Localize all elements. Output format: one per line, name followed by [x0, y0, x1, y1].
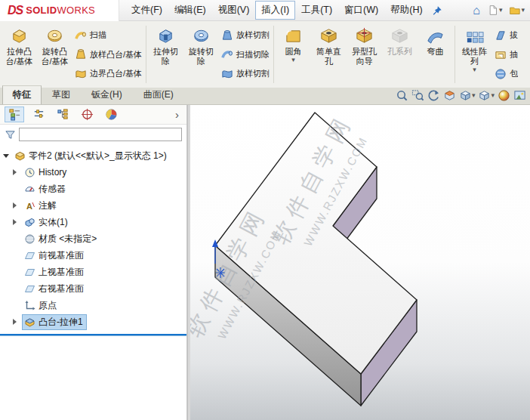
tree-item-material[interactable]: 材质 <未指定> [0, 230, 186, 247]
property-manager-tab[interactable] [29, 107, 48, 122]
configuration-manager-tab[interactable] [53, 107, 72, 122]
menu-view[interactable]: 视图(V) [212, 1, 256, 20]
draft-icon [495, 29, 507, 42]
svg-text:A: A [26, 202, 32, 211]
fillet-button[interactable]: 圆角 ▾ [276, 23, 311, 86]
boundary-cut-button[interactable]: 放样切割 [221, 64, 270, 83]
boundary-boss-button[interactable]: 边界凸台/基体 [75, 64, 142, 83]
display-style-button[interactable]: ▾ [478, 89, 495, 102]
sensors-icon [24, 184, 35, 195]
revolve-cut-button[interactable]: 旋转切除 [183, 23, 219, 86]
feature-tree-tab[interactable] [5, 107, 24, 122]
linear-pattern-dropdown-icon[interactable]: ▾ [473, 66, 476, 73]
apply-scene-button[interactable] [513, 89, 526, 102]
tree-item-label: 原点 [39, 299, 57, 312]
flex-icon [426, 26, 445, 45]
tree-item-label: 注解 [39, 199, 57, 212]
fillet-dropdown-icon[interactable]: ▾ [291, 57, 295, 63]
plane-icon [24, 250, 35, 261]
linear-pattern-button[interactable]: 线性阵列 ▾ [457, 23, 492, 86]
expand-arrow[interactable] [13, 319, 22, 325]
tree-item-origin[interactable]: 原点 [0, 297, 186, 313]
extrude-boss-icon [10, 26, 29, 45]
view-orientation-icon [459, 89, 472, 102]
zoom-area-button[interactable] [411, 89, 424, 102]
ds-logo-icon: DS [8, 4, 23, 17]
boss-stack: 扫描 放样凸台/基体 边界凸台/基体 [72, 23, 144, 86]
tab-surfaces[interactable]: 曲面(E) [133, 85, 184, 104]
section-view-button[interactable] [443, 89, 456, 102]
shell-button[interactable]: 抽 [495, 45, 516, 64]
solidworks-logo: DS SOLIDWORKS [0, 0, 119, 21]
tree-item-right-plane[interactable]: 右视基准面 [0, 280, 186, 297]
hole-series-button[interactable]: 孔系列 [382, 23, 418, 86]
tree-item-top-plane[interactable]: 上视基准面 [0, 264, 186, 280]
filter-input[interactable] [19, 128, 182, 141]
expand-arrow[interactable] [13, 202, 22, 208]
tree-item-boss-extrude1[interactable]: 凸台-拉伸1 [0, 313, 186, 330]
collapse-arrow[interactable] [3, 154, 12, 158]
menu-tools[interactable]: 工具(T) [295, 1, 338, 20]
display-manager-icon [105, 108, 118, 121]
extrude-boss-button[interactable]: 拉伸凸台/基体 [2, 23, 37, 86]
dimxpert-manager-tab[interactable] [77, 107, 97, 122]
display-manager-tab[interactable] [101, 107, 121, 122]
open-document-button[interactable]: ▾ [507, 3, 527, 17]
edit-appearance-button[interactable] [498, 89, 510, 102]
tree-item-history[interactable]: History [0, 164, 186, 181]
panel-expand-chevron[interactable]: › [172, 108, 182, 121]
brand-solid: SOLID [26, 5, 57, 16]
configuration-manager-icon [57, 108, 69, 121]
origin-icon [24, 300, 35, 311]
solid-bodies-icon [24, 217, 35, 228]
menu-help[interactable]: 帮助(H) [384, 1, 428, 20]
revolve-boss-icon [45, 26, 64, 45]
loft-cut-button[interactable]: 放样切割 [221, 26, 270, 45]
zoom-fit-button[interactable] [396, 89, 408, 102]
rollback-bar[interactable] [0, 334, 186, 336]
quick-access-toolbar: ⌂ ▾ ▾ [470, 3, 530, 18]
boundary-cut-icon [221, 68, 233, 80]
swept-boss-button[interactable]: 扫描 [75, 26, 142, 45]
tree-item-annotations[interactable]: A 注解 [0, 197, 186, 214]
tab-sheet-metal[interactable]: 钣金(H) [81, 85, 133, 104]
tab-features[interactable]: 特征 [2, 85, 42, 104]
home-button[interactable]: ⌂ [470, 3, 482, 18]
part-face-top [215, 113, 417, 374]
pin-menu-icon[interactable] [432, 5, 442, 16]
tree-item-front-plane[interactable]: 前视基准面 [0, 247, 186, 264]
wrap-button[interactable]: 包 [495, 64, 516, 83]
draft-button[interactable]: 拔 [495, 26, 516, 45]
plane-icon [24, 267, 35, 278]
view-orientation-button[interactable]: ▾ [459, 89, 476, 102]
zoom-fit-icon [396, 89, 408, 102]
boundary-boss-icon [75, 68, 87, 80]
loft-boss-icon [75, 48, 87, 60]
extrude-cut-button[interactable]: 拉伸切除 [148, 23, 183, 86]
simple-hole-button[interactable]: 简单直孔 [311, 23, 347, 86]
tab-sketch[interactable]: 草图 [42, 85, 81, 104]
hole-wizard-button[interactable]: 异型孔向导 [347, 23, 382, 86]
menu-file[interactable]: 文件(F) [125, 1, 168, 20]
tree-item-part-root[interactable]: 零件2 (默认<<默认>_显示状态 1>) [0, 147, 186, 164]
menu-insert[interactable]: 插入(I) [255, 1, 295, 20]
graphics-area[interactable]: 软件自学网 WWW.RJZXW.COM 软件自学网 WWW.RJZXW.COM [190, 105, 530, 420]
menu-window[interactable]: 窗口(W) [338, 1, 384, 20]
revolve-boss-button[interactable]: 旋转凸台/基体 [37, 23, 72, 86]
flex-button[interactable]: 弯曲 [418, 23, 453, 86]
heads-up-view-toolbar: ▾ ▾ [396, 89, 526, 102]
expand-arrow[interactable] [13, 169, 22, 175]
tree-item-sensors[interactable]: 传感器 [0, 181, 186, 197]
expand-arrow[interactable] [13, 219, 22, 225]
tree-item-label: 凸台-拉伸1 [39, 316, 83, 329]
tree-item-label: 上视基准面 [39, 266, 84, 279]
loft-boss-button[interactable]: 放样凸台/基体 [75, 45, 142, 64]
swept-cut-button[interactable]: 扫描切除 [221, 45, 270, 64]
tree-item-solid-bodies[interactable]: 实体(1) [0, 214, 186, 230]
new-document-button[interactable]: ▾ [485, 3, 505, 17]
truncated-stack: 拔 抽 包 [492, 23, 518, 86]
menu-edit[interactable]: 编辑(E) [168, 1, 212, 20]
feature-manager-panel: › 零件2 (默认<<默认>_显示状态 1>) [0, 105, 187, 420]
part-model[interactable] [190, 105, 530, 420]
previous-view-button[interactable] [427, 89, 440, 102]
